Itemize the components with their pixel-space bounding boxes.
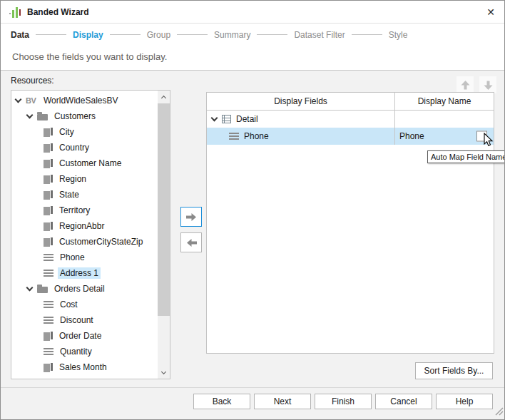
tree-item-label: Territory <box>57 205 92 216</box>
tree-item-customer-name[interactable]: Customer Name <box>11 155 157 171</box>
tree-item-label: Country <box>57 142 91 153</box>
lines-icon <box>44 301 53 308</box>
tree-item-city[interactable]: City <box>11 124 157 140</box>
tree-item-label: Quantity <box>58 346 94 357</box>
tree-item-label: CustomerCityStateZip <box>57 236 145 247</box>
tree-item-orders-detail[interactable]: Orders Detail <box>11 281 157 297</box>
step-connector <box>352 34 382 35</box>
folder-icon <box>37 287 48 293</box>
column-icon <box>44 175 53 184</box>
tree-item-label: Phone <box>58 252 87 263</box>
column-icon <box>44 222 53 231</box>
field-label: Phone <box>244 131 269 141</box>
tree-item-customers[interactable]: Customers <box>11 108 157 124</box>
column-icon <box>44 128 53 137</box>
add-field-button[interactable] <box>180 207 202 227</box>
tree-item-regionabbr[interactable]: RegionAbbr <box>11 218 157 234</box>
table-row-detail[interactable]: Detail <box>207 111 494 128</box>
next-button[interactable]: Next <box>254 394 311 409</box>
table-header: Display Fields Display Name <box>207 93 494 111</box>
tree-item-phone[interactable]: Phone <box>11 250 157 265</box>
display-name-cell[interactable] <box>395 111 494 128</box>
tree-item-state[interactable]: State <box>11 187 157 203</box>
wizard-subtitle: Choose the fields you want to display. <box>1 45 504 71</box>
column-icon <box>44 159 53 168</box>
arrow-left-icon <box>186 238 197 247</box>
lines-icon <box>44 348 53 355</box>
column-icon <box>44 363 53 372</box>
tree-item-quantity[interactable]: Quantity <box>11 344 157 359</box>
close-icon[interactable]: ✕ <box>486 6 495 18</box>
display-field-cell[interactable]: Phone <box>207 128 395 145</box>
tree-item-cost[interactable]: Cost <box>11 297 157 312</box>
resource-tree-panel: BVWorldWideSalesBVCustomersCityCountryCu… <box>11 90 170 379</box>
tooltip: Auto Map Field Name <box>427 150 505 163</box>
tree-item-discount[interactable]: Discount <box>11 312 157 328</box>
arrow-up-icon <box>461 81 470 90</box>
tree-item-label: State <box>57 189 81 200</box>
bv-icon: BV <box>26 96 40 105</box>
cancel-button[interactable]: Cancel <box>375 394 432 409</box>
scroll-down-icon[interactable] <box>158 367 170 379</box>
lines-icon <box>229 133 239 140</box>
chevron-down-icon[interactable] <box>26 111 34 118</box>
step-summary[interactable]: Summary <box>214 30 250 40</box>
chevron-down-icon[interactable] <box>211 114 218 121</box>
column-header-display-fields: Display Fields <box>207 93 395 110</box>
tree-item-customercitystatezip[interactable]: CustomerCityStateZip <box>11 234 157 250</box>
step-connector <box>110 34 141 35</box>
tree-item-region[interactable]: Region <box>11 171 157 187</box>
display-fields-table: Display Fields Display Name DetailPhoneP… <box>206 92 494 354</box>
display-name-cell[interactable]: Phone <box>395 128 494 145</box>
column-icon <box>44 237 53 247</box>
tree-item-address-1[interactable]: Address 1 <box>11 265 157 281</box>
back-button[interactable]: Back <box>193 394 250 409</box>
tree-item-country[interactable]: Country <box>11 140 157 155</box>
lines-icon <box>44 270 53 277</box>
tree-item-label: City <box>57 126 76 138</box>
sort-fields-by-button[interactable]: Sort Fields By... <box>415 362 493 379</box>
step-connector <box>257 34 287 35</box>
remove-field-button[interactable] <box>180 232 202 252</box>
display-field-cell[interactable]: Detail <box>207 111 395 128</box>
step-dataset-filter[interactable]: Dataset Filter <box>294 30 345 40</box>
tree-item-worldwidesalesbv[interactable]: BVWorldWideSalesBV <box>11 93 157 108</box>
wizard-content: Resources: BVWorldWideSalesBVCustomersCi… <box>1 71 504 419</box>
tree-item-sales-month[interactable]: Sales Month <box>11 359 157 375</box>
footer-buttons: BackNextFinishCancelHelp <box>193 394 493 409</box>
tree-item-label: WorldWideSalesBV <box>41 95 120 106</box>
chevron-down-icon[interactable] <box>26 284 34 291</box>
column-icon <box>44 143 53 153</box>
tree-scrollbar[interactable] <box>158 91 170 379</box>
resource-tree: BVWorldWideSalesBVCustomersCityCountryCu… <box>11 93 157 375</box>
lines-icon <box>44 254 53 261</box>
scrollbar-thumb[interactable] <box>158 103 170 316</box>
finish-button[interactable]: Finish <box>315 394 372 409</box>
move-up-button[interactable] <box>456 76 474 93</box>
field-label: Detail <box>236 114 258 124</box>
step-group[interactable]: Group <box>147 30 170 40</box>
chevron-up-icon <box>161 95 166 100</box>
column-icon <box>44 332 53 341</box>
help-button[interactable]: Help <box>436 394 493 409</box>
chevron-down-icon[interactable] <box>15 96 22 103</box>
resize-grip[interactable] <box>495 406 504 419</box>
column-header-display-name: Display Name <box>395 93 494 110</box>
window-title: Banded Wizard <box>27 7 89 17</box>
tree-item-territory[interactable]: Territory <box>11 203 157 218</box>
step-style[interactable]: Style <box>389 30 408 40</box>
tree-item-order-date[interactable]: Order Date <box>11 328 157 344</box>
banded-wizard-dialog: Banded Wizard ✕ DataDisplayGroupSummaryD… <box>0 0 505 420</box>
step-data[interactable]: Data <box>11 30 29 40</box>
detail-icon <box>222 115 231 123</box>
tree-item-label: Region <box>57 173 88 185</box>
move-down-button[interactable] <box>479 76 496 93</box>
step-display[interactable]: Display <box>73 30 103 40</box>
display-name-value: Phone <box>399 131 424 141</box>
footer-divider <box>1 387 504 388</box>
table-row-phone[interactable]: PhonePhone <box>207 128 494 145</box>
column-icon <box>44 190 53 200</box>
banded-report-icon <box>9 6 21 21</box>
scroll-up-icon[interactable] <box>158 91 170 103</box>
arrow-down-icon <box>484 81 493 90</box>
